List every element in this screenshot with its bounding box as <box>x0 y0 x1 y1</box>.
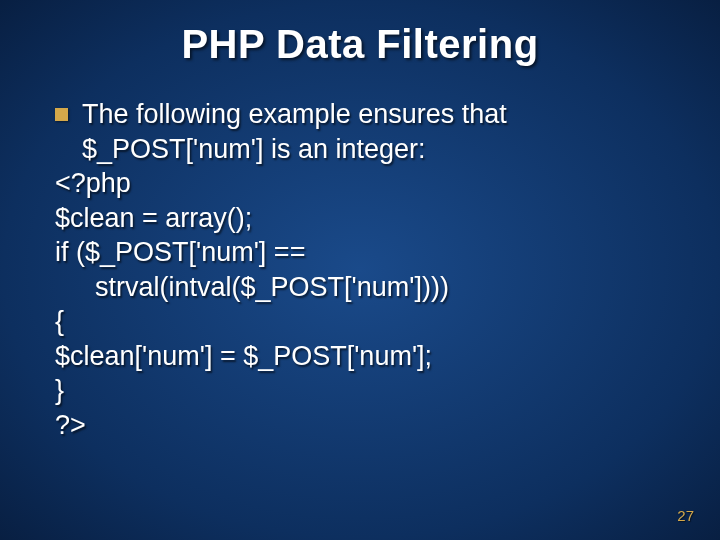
bullet-text: The following example ensures that $_POS… <box>82 97 665 166</box>
code-line: $clean['num'] = $_POST['num']; <box>55 339 665 374</box>
code-line: { <box>55 304 665 339</box>
code-line: ?> <box>55 408 665 443</box>
code-line: strval(intval($_POST['num']))) <box>55 270 665 305</box>
page-number: 27 <box>677 507 694 524</box>
code-line: <?php <box>55 166 665 201</box>
slide-title: PHP Data Filtering <box>0 0 720 67</box>
slide-body: The following example ensures that $_POS… <box>0 67 720 442</box>
slide: PHP Data Filtering The following example… <box>0 0 720 540</box>
bullet-icon <box>55 108 68 121</box>
code-line: if ($_POST['num'] == <box>55 235 665 270</box>
code-line: } <box>55 373 665 408</box>
bullet-item: The following example ensures that $_POS… <box>55 97 665 166</box>
code-line: $clean = array(); <box>55 201 665 236</box>
